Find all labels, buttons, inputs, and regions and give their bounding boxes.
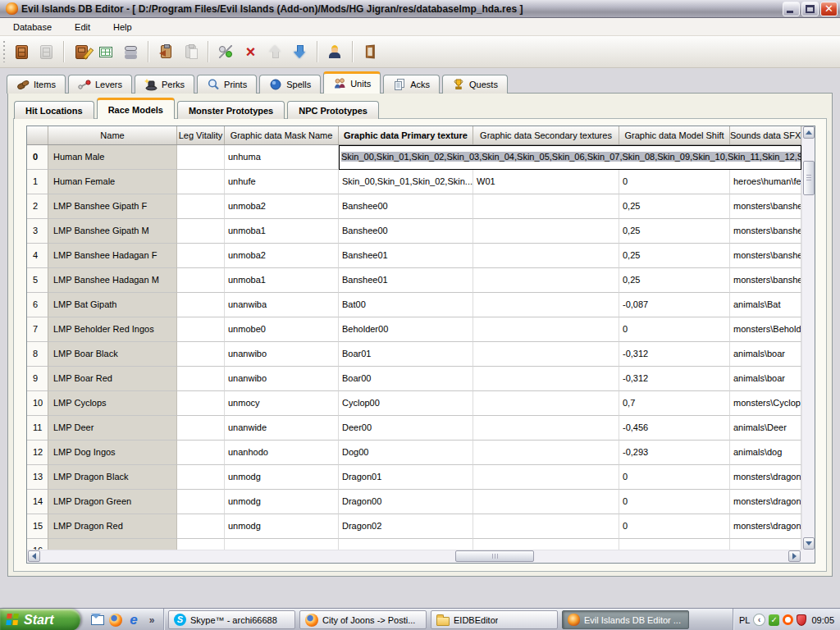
cell-secondary[interactable] (473, 317, 619, 342)
cell-num[interactable]: 15 (27, 514, 48, 539)
cell-leg[interactable] (177, 391, 225, 416)
cell-num[interactable]: 16 (27, 539, 48, 550)
cell-name[interactable]: LMP Banshee Hadagan M (48, 268, 177, 293)
cell-secondary[interactable] (473, 194, 619, 219)
cell-shift[interactable]: 0,25 (619, 268, 730, 293)
cell-mask[interactable]: unanwibo (225, 367, 339, 391)
cell-secondary[interactable] (473, 465, 619, 490)
cell-mask[interactable]: unmoba2 (225, 244, 339, 268)
cell-secondary[interactable] (473, 514, 619, 539)
cell-sfx[interactable]: heroes\human\femal (730, 170, 801, 194)
cell-sfx[interactable]: animals\boar (730, 342, 801, 367)
cell-sfx[interactable]: monsters\dragon (730, 514, 801, 539)
cell-leg[interactable] (177, 194, 225, 219)
cell-mask[interactable]: unmoba1 (225, 268, 339, 293)
cell-primary[interactable]: Dragon01 (339, 465, 473, 490)
cell-primary[interactable]: Dog00 (339, 441, 473, 465)
cell-num[interactable]: 10 (27, 391, 48, 416)
horizontal-scrollbar[interactable] (27, 550, 801, 563)
col-header-leg[interactable]: Leg Vitality (177, 126, 225, 144)
col-header-primary[interactable]: Graphic data Primary texture (339, 126, 473, 144)
cell-num[interactable]: 3 (27, 219, 48, 244)
cell-shift[interactable]: 0 (619, 170, 730, 194)
cell-secondary[interactable] (473, 441, 619, 465)
horizontal-scroll-thumb[interactable] (455, 550, 534, 562)
cell-shift[interactable]: -0,456 (619, 416, 730, 441)
tab-prints[interactable]: Prints (197, 75, 257, 94)
user-editor-button[interactable] (323, 40, 346, 63)
cell-sfx[interactable]: monsters\Cyclope (730, 391, 801, 416)
cell-secondary[interactable] (473, 293, 619, 317)
cell-sfx[interactable]: monsters\Beholder00 (730, 317, 801, 342)
cell-name[interactable]: LMP Dog Ingos (48, 441, 177, 465)
cell-num[interactable]: 8 (27, 342, 48, 367)
cell-name[interactable]: LMP Beholder Red Ingos (48, 317, 177, 342)
cell-primary[interactable]: Banshee01 (339, 268, 473, 293)
cell-sfx[interactable]: monsters\banshee01 (730, 268, 801, 293)
cell-num[interactable]: 4 (27, 244, 48, 268)
cell-secondary[interactable] (473, 391, 619, 416)
col-header-secondary[interactable]: Graphic data Secondary textures (473, 126, 619, 144)
exit-button[interactable] (358, 40, 381, 63)
cell-leg[interactable] (177, 342, 225, 367)
cell-leg[interactable] (177, 219, 225, 244)
cell-leg[interactable] (177, 539, 225, 550)
tab-perks[interactable]: Perks (135, 75, 194, 94)
minimize-button[interactable] (783, 2, 800, 16)
scroll-left-button[interactable] (28, 550, 40, 562)
cell-mask[interactable]: unanwibo (225, 342, 339, 367)
cell-leg[interactable] (177, 244, 225, 268)
menu-database[interactable]: Database (5, 20, 60, 34)
cell-name[interactable]: LMP Dragon Black (48, 465, 177, 490)
internet-explorer-icon[interactable]: e (126, 613, 141, 628)
restore-button[interactable] (801, 2, 819, 16)
col-header-sfx[interactable]: Sounds data SFX Pa (730, 126, 801, 144)
cell-shift[interactable]: 0 (619, 317, 730, 342)
cell-secondary[interactable] (473, 219, 619, 244)
cell-primary[interactable]: Dragon02 (339, 514, 473, 539)
cell-primary[interactable]: Boar00 (339, 367, 473, 391)
toolbar-grip[interactable] (2, 41, 6, 62)
taskbar-task-skype[interactable]: SSkype™ - archi66688 (168, 610, 295, 629)
cell-mask[interactable]: unmodg (225, 514, 339, 539)
close-button[interactable]: ✕ (820, 2, 838, 16)
cell-leg[interactable] (177, 293, 225, 317)
cell-num[interactable]: 12 (27, 441, 48, 465)
tab-spells[interactable]: Spells (259, 75, 321, 94)
cell-leg[interactable] (177, 416, 225, 441)
cell-secondary[interactable] (473, 244, 619, 268)
cell-num[interactable]: 0 (27, 145, 48, 170)
cell-mask[interactable]: unanwide (225, 416, 339, 441)
cell-mask[interactable]: unhuma (225, 145, 339, 170)
tray-chevron-icon[interactable]: ‹ (753, 614, 765, 626)
cell-shift[interactable]: 0 (619, 490, 730, 514)
cell-shift[interactable]: -0,312 (619, 342, 730, 367)
cell-shift[interactable]: -0,293 (619, 441, 730, 465)
language-indicator[interactable]: PL (739, 615, 750, 625)
cell-shift[interactable]: -0,087 (619, 293, 730, 317)
start-button[interactable]: Start (0, 609, 80, 630)
scroll-down-button[interactable] (803, 537, 815, 550)
cell-name[interactable]: LMP Dragon Red (48, 514, 177, 539)
cell-mask[interactable]: unanhodo (225, 441, 339, 465)
cell-sfx[interactable]: animals\Bat (730, 293, 801, 317)
cell-shift[interactable]: -0,312 (619, 367, 730, 391)
cell-shift[interactable]: 0 (619, 514, 730, 539)
cell-name[interactable]: LMP Bat Gipath (48, 293, 177, 317)
cell-shift[interactable]: 0,7 (619, 391, 730, 416)
tab-levers[interactable]: Levers (68, 75, 132, 94)
cell-primary[interactable] (339, 539, 473, 550)
cell-leg[interactable] (177, 170, 225, 194)
mail-icon[interactable] (91, 615, 104, 625)
cell-mask[interactable]: unmodg (225, 465, 339, 490)
tab-items[interactable]: Items (7, 75, 66, 94)
cell-secondary[interactable] (473, 490, 619, 514)
open-database-button[interactable] (10, 40, 33, 63)
cell-mask[interactable]: unmobe0 (225, 317, 339, 342)
cell-mask[interactable] (225, 539, 339, 550)
vertical-scrollbar[interactable] (801, 126, 815, 550)
taskbar-task-firefox[interactable]: City of Joons -> Posti... (299, 610, 427, 629)
delete-record-button[interactable] (239, 40, 262, 63)
cell-mask[interactable]: unmodg (225, 490, 339, 514)
cell-secondary[interactable] (473, 268, 619, 293)
